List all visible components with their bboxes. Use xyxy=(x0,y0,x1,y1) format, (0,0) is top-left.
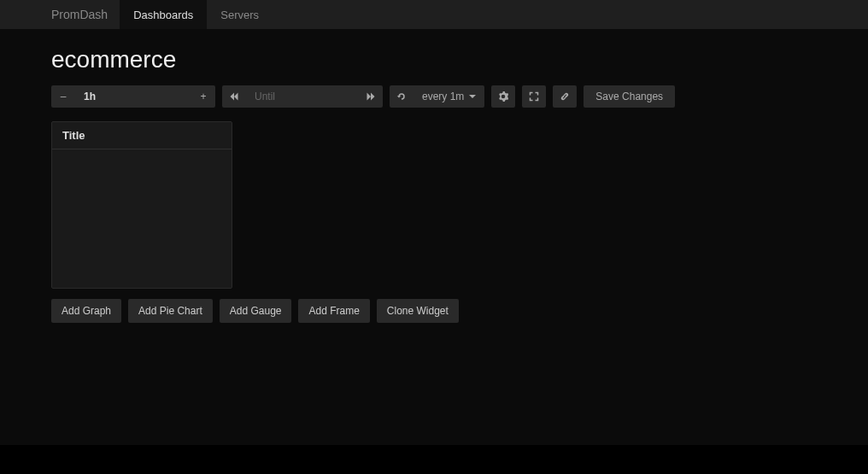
page-title: ecommerce xyxy=(51,46,817,73)
refresh-interval-label: every 1m xyxy=(422,91,464,102)
range-decrease-button[interactable]: – xyxy=(51,85,75,108)
refresh-interval-dropdown[interactable]: every 1m xyxy=(413,85,484,108)
range-group: – 1h + xyxy=(51,85,215,108)
rewind-icon xyxy=(229,91,239,102)
link-button[interactable] xyxy=(553,85,577,108)
widget-actions: Add Graph Add Pie Chart Add Gauge Add Fr… xyxy=(51,299,817,323)
nav-item-servers[interactable]: Servers xyxy=(207,0,273,29)
brand-link[interactable]: PromDash xyxy=(51,0,120,29)
range-increase-button[interactable]: + xyxy=(191,85,215,108)
until-input[interactable]: Until xyxy=(246,85,359,108)
step-back-button[interactable] xyxy=(222,85,246,108)
nav-item-dashboards[interactable]: Dashboards xyxy=(120,0,207,29)
fullscreen-button[interactable] xyxy=(522,85,546,108)
refresh-icon xyxy=(396,91,407,102)
add-pie-chart-button[interactable]: Add Pie Chart xyxy=(128,299,213,323)
gear-icon xyxy=(498,91,508,102)
save-button[interactable]: Save Changes xyxy=(584,85,675,108)
add-gauge-button[interactable]: Add Gauge xyxy=(220,299,292,323)
widget-panel[interactable]: Title xyxy=(51,121,232,289)
link-icon xyxy=(560,91,570,102)
clone-widget-button[interactable]: Clone Widget xyxy=(377,299,459,323)
bottom-bar xyxy=(0,445,868,474)
refresh-button[interactable] xyxy=(390,85,413,108)
step-forward-button[interactable] xyxy=(359,85,383,108)
add-graph-button[interactable]: Add Graph xyxy=(51,299,121,323)
widget-title: Title xyxy=(52,122,232,149)
range-input[interactable]: 1h xyxy=(75,85,191,108)
chevron-down-icon xyxy=(469,95,476,98)
settings-button[interactable] xyxy=(491,85,515,108)
refresh-group: every 1m xyxy=(390,85,484,108)
page-content: ecommerce – 1h + Until every 1m xyxy=(0,29,868,445)
fast-forward-icon xyxy=(366,91,376,102)
widget-body xyxy=(52,149,232,286)
navbar: PromDash Dashboards Servers xyxy=(0,0,868,29)
toolbar: – 1h + Until every 1m xyxy=(51,85,817,108)
add-frame-button[interactable]: Add Frame xyxy=(298,299,369,323)
until-group: Until xyxy=(222,85,383,108)
fullscreen-icon xyxy=(529,91,539,102)
